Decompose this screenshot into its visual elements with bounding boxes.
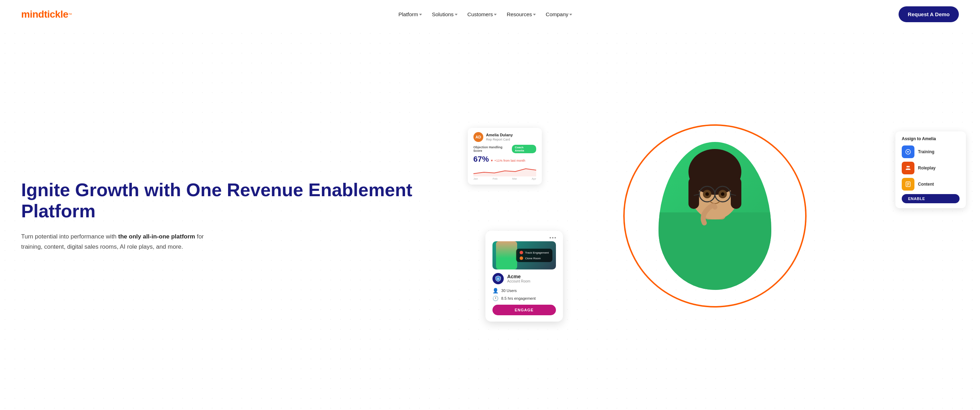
training-item: Training bbox=[902, 146, 959, 158]
acme-person-image bbox=[496, 241, 517, 269]
hero-title: Ignite Growth with One Revenue Enablemen… bbox=[21, 180, 457, 222]
hero-illustration: AD Amelia Dulany Rep Report Card Objecti… bbox=[471, 114, 959, 318]
nav-solutions[interactable]: Solutions bbox=[428, 9, 461, 19]
person-svg bbox=[659, 142, 771, 290]
logo[interactable]: mindtickle™ bbox=[21, 9, 72, 20]
acme-engagement-stat: 🕐 8.5 hrs engagement bbox=[492, 296, 556, 301]
clone-icon bbox=[520, 256, 523, 260]
nav-links: Platform Solutions Customers Resources C… bbox=[395, 9, 576, 19]
acme-header: A Acme Account Room bbox=[492, 273, 556, 284]
hero-description: Turn potential into performance with the… bbox=[21, 232, 204, 252]
acme-title: Acme bbox=[507, 274, 531, 279]
roleplay-item: Roleplay bbox=[902, 161, 959, 174]
mini-chart bbox=[473, 166, 536, 176]
track-engagement-action[interactable]: Track Engagement bbox=[520, 251, 549, 254]
acme-account-room-card: Track Engagement Clone Room A Acme Accou… bbox=[485, 231, 563, 321]
svg-text:A: A bbox=[497, 277, 499, 280]
engage-button[interactable]: ENGAGE bbox=[492, 305, 556, 315]
report-card-label: Rep Report Card bbox=[486, 138, 513, 141]
training-icon bbox=[902, 146, 915, 158]
percent-change: ▼ +11% from last month bbox=[490, 159, 525, 162]
svg-point-14 bbox=[721, 192, 724, 196]
acme-person-preview: Track Engagement Clone Room bbox=[492, 241, 556, 269]
acme-users-stat: 👤 30 Users bbox=[492, 288, 556, 293]
acme-logo: A bbox=[492, 273, 504, 284]
svg-rect-5 bbox=[731, 177, 741, 209]
content-item: Content bbox=[902, 178, 959, 190]
amelia-avatar: AD bbox=[473, 132, 483, 142]
person-photo bbox=[659, 142, 771, 290]
svg-rect-0 bbox=[659, 212, 771, 290]
shield-icon: A bbox=[495, 275, 502, 282]
chevron-down-icon bbox=[533, 14, 536, 16]
chevron-down-icon bbox=[455, 14, 458, 16]
hero-section: Ignite Growth with One Revenue Enablemen… bbox=[0, 28, 980, 410]
coach-amelia-button[interactable]: Coach Amelia bbox=[512, 145, 536, 153]
acme-menu-dots bbox=[492, 237, 556, 239]
clock-icon: 🕐 bbox=[492, 296, 498, 301]
content-label: Content bbox=[918, 182, 934, 187]
assign-to-amelia-card: Assign to Amelia Training Roleplay Conte… bbox=[896, 131, 966, 208]
svg-point-16 bbox=[906, 166, 908, 168]
nav-resources[interactable]: Resources bbox=[503, 9, 539, 19]
rep-report-card: AD Amelia Dulany Rep Report Card Objecti… bbox=[468, 128, 542, 185]
svg-point-13 bbox=[705, 192, 709, 196]
enable-button[interactable]: ENABLE bbox=[902, 194, 959, 203]
request-demo-button[interactable]: Request A Demo bbox=[899, 6, 959, 22]
chart-svg bbox=[473, 166, 536, 176]
score-percent: 67% bbox=[473, 155, 489, 164]
chevron-down-icon bbox=[569, 14, 572, 16]
hero-left: Ignite Growth with One Revenue Enablemen… bbox=[21, 180, 471, 252]
training-label: Training bbox=[918, 149, 934, 154]
acme-action-menu: Track Engagement Clone Room bbox=[516, 249, 552, 262]
nav-platform[interactable]: Platform bbox=[395, 9, 425, 19]
chevron-down-icon bbox=[419, 14, 422, 16]
clone-room-action[interactable]: Clone Room bbox=[520, 256, 549, 260]
track-icon bbox=[520, 251, 523, 254]
roleplay-icon bbox=[902, 161, 915, 174]
navigation: mindtickle™ Platform Solutions Customers… bbox=[0, 0, 980, 28]
amelia-name: Amelia Dulany bbox=[486, 133, 513, 138]
roleplay-label: Roleplay bbox=[918, 166, 935, 171]
nav-company[interactable]: Company bbox=[542, 9, 576, 19]
svg-rect-4 bbox=[689, 177, 699, 209]
handling-score-label: Objection Handling Score bbox=[473, 146, 512, 152]
chevron-down-icon bbox=[494, 14, 497, 16]
assign-card-title: Assign to Amelia bbox=[902, 136, 959, 141]
nav-customers[interactable]: Customers bbox=[464, 9, 501, 19]
users-icon: 👤 bbox=[492, 288, 498, 293]
content-icon bbox=[902, 178, 915, 190]
acme-subtitle: Account Room bbox=[507, 279, 531, 283]
svg-point-17 bbox=[908, 166, 910, 168]
